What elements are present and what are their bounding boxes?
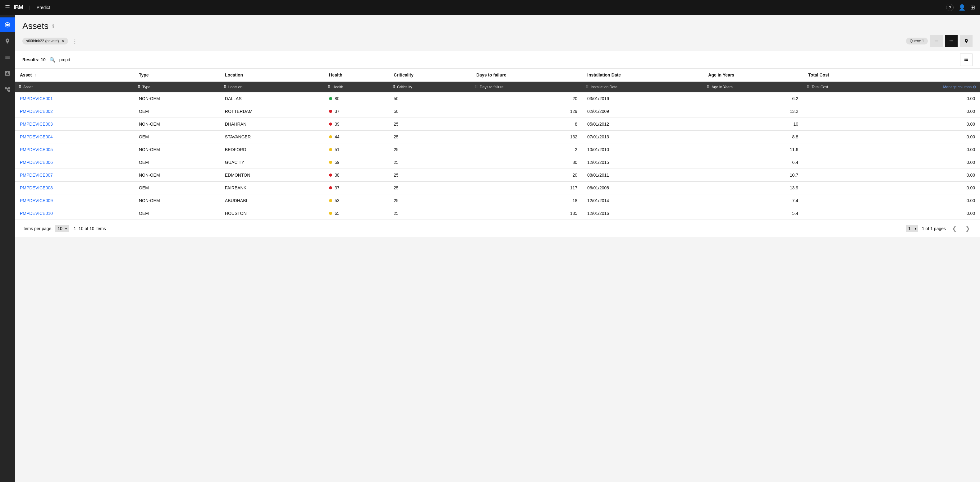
health-value-2: 39 xyxy=(335,121,340,126)
sidebar-item-location[interactable] xyxy=(0,34,15,48)
top-navigation: ☰ IBM | Predict ? 👤 ⊞ xyxy=(0,0,980,15)
toolbar: s60think22 (private) ✕ ⋮ Query: 1 xyxy=(15,31,980,51)
asset-link-5[interactable]: PMPDEVICE006 xyxy=(20,160,53,165)
cell-location-9: HOUSTON xyxy=(220,207,324,220)
cell-type-4: NON-OEM xyxy=(134,144,220,156)
asset-link-1[interactable]: PMPDEVICE002 xyxy=(20,109,53,114)
asset-link-0[interactable]: PMPDEVICE001 xyxy=(20,96,53,101)
health-dot-5 xyxy=(329,161,332,164)
col-header-type[interactable]: Type xyxy=(134,69,220,81)
col-drag-total-cost[interactable]: ⠿ Total Cost Manage columns ⚙ xyxy=(803,81,980,93)
asset-link-4[interactable]: PMPDEVICE005 xyxy=(20,147,53,152)
col-drag-asset[interactable]: ⠿ Asset xyxy=(15,81,134,93)
col-header-criticality[interactable]: Criticality xyxy=(389,69,471,81)
cell-days-to-failure-4: 2 xyxy=(471,144,582,156)
cell-asset-9: PMPDEVICE010 xyxy=(15,207,134,220)
col-drag-days-to-failure[interactable]: ⠿ Days to failure xyxy=(471,81,582,93)
health-value-9: 65 xyxy=(335,211,340,216)
asset-link-6[interactable]: PMPDEVICE007 xyxy=(20,172,53,177)
asset-link-7[interactable]: PMPDEVICE008 xyxy=(20,185,53,190)
col-header-age-in-years[interactable]: Age in Years xyxy=(703,69,803,81)
asset-link-8[interactable]: PMPDEVICE009 xyxy=(20,198,53,203)
table-row: PMPDEVICE006 OEM GUACITY 59 25 80 12/01/… xyxy=(15,156,980,169)
cell-asset-3: PMPDEVICE004 xyxy=(15,131,134,144)
drag-icon-age-in-years: ⠿ xyxy=(707,85,710,89)
col-drag-criticality[interactable]: ⠿ Criticality xyxy=(389,81,471,93)
map-view-button[interactable] xyxy=(960,35,972,47)
table-body: PMPDEVICE001 NON-OEM DALLAS 80 50 20 03/… xyxy=(15,93,980,220)
cell-criticality-1: 50 xyxy=(389,105,471,118)
col-drag-age-in-years[interactable]: ⠿ Age in Years xyxy=(703,81,803,93)
col-header-days-to-failure[interactable]: Days to failure xyxy=(471,69,582,81)
chart-view-button[interactable] xyxy=(960,53,972,66)
assets-table: Asset ↑ Type Location Health Criticality… xyxy=(15,69,980,220)
health-value-3: 44 xyxy=(335,134,340,139)
drag-icon-installation-date: ⠿ xyxy=(586,85,589,89)
table-header-row: Asset ↑ Type Location Health Criticality… xyxy=(15,69,980,81)
cell-location-7: FAIRBANK xyxy=(220,182,324,194)
sidebar-item-analytics[interactable] xyxy=(0,66,15,81)
cell-days-to-failure-6: 20 xyxy=(471,169,582,182)
manage-columns-link[interactable]: Manage columns ⚙ xyxy=(943,85,976,89)
cell-total-cost-7: 0.00 xyxy=(803,182,980,194)
cell-total-cost-8: 0.00 xyxy=(803,194,980,207)
sidebar-item-home[interactable] xyxy=(0,18,15,32)
cell-installation-date-6: 08/01/2011 xyxy=(582,169,703,182)
next-page-button[interactable]: ❯ xyxy=(963,224,972,233)
health-value-6: 38 xyxy=(335,172,340,177)
col-drag-installation-date[interactable]: ⠿ Installation Date xyxy=(582,81,703,93)
drag-icon-days-to-failure: ⠿ xyxy=(475,85,478,89)
help-icon[interactable]: ? xyxy=(946,4,954,11)
pagination-range-label: 1–10 of 10 items xyxy=(74,226,106,231)
asset-link-2[interactable]: PMPDEVICE003 xyxy=(20,121,53,126)
cell-installation-date-7: 06/01/2008 xyxy=(582,182,703,194)
cell-criticality-5: 25 xyxy=(389,156,471,169)
cell-asset-0: PMPDEVICE001 xyxy=(15,93,134,105)
cell-health-3: 44 xyxy=(324,131,389,144)
apps-grid-icon[interactable]: ⊞ xyxy=(970,4,975,11)
cell-asset-7: PMPDEVICE008 xyxy=(15,182,134,194)
table-footer: Items per page: 10 25 50 1–10 of 10 item… xyxy=(15,220,980,237)
hamburger-menu-icon[interactable]: ☰ xyxy=(5,4,10,11)
cell-total-cost-0: 0.00 xyxy=(803,93,980,105)
col-header-asset[interactable]: Asset ↑ xyxy=(15,69,134,81)
page-header: Assets ℹ xyxy=(15,15,980,31)
query-count-badge[interactable]: Query: 1 xyxy=(906,38,928,45)
cell-asset-1: PMPDEVICE002 xyxy=(15,105,134,118)
query-tag[interactable]: s60think22 (private) ✕ xyxy=(22,38,68,45)
page-select[interactable]: 1 xyxy=(906,225,918,232)
query-tag-clear-icon[interactable]: ✕ xyxy=(61,39,64,43)
cell-installation-date-4: 10/01/2010 xyxy=(582,144,703,156)
asset-link-3[interactable]: PMPDEVICE004 xyxy=(20,134,53,139)
app-layout: Assets ℹ s60think22 (private) ✕ ⋮ Query:… xyxy=(0,15,980,482)
user-icon[interactable]: 👤 xyxy=(959,4,966,11)
col-drag-health[interactable]: ⠿ Health xyxy=(324,81,389,93)
page-info-icon[interactable]: ℹ xyxy=(52,23,54,29)
col-header-health[interactable]: Health xyxy=(324,69,389,81)
toolbar-more-icon[interactable]: ⋮ xyxy=(72,37,78,45)
cell-total-cost-4: 0.00 xyxy=(803,144,980,156)
col-header-location[interactable]: Location xyxy=(220,69,324,81)
col-header-installation-date[interactable]: Installation Date xyxy=(582,69,703,81)
page-select-wrapper: 1 xyxy=(906,225,918,232)
asset-link-9[interactable]: PMPDEVICE010 xyxy=(20,211,53,216)
sidebar-item-list[interactable] xyxy=(0,50,15,65)
health-dot-2 xyxy=(329,123,332,126)
col-header-total-cost[interactable]: Total Cost xyxy=(803,69,980,81)
health-dot-0 xyxy=(329,97,332,100)
cell-health-5: 59 xyxy=(324,156,389,169)
per-page-select[interactable]: 10 25 50 xyxy=(55,225,68,232)
cell-location-0: DALLAS xyxy=(220,93,324,105)
health-dot-1 xyxy=(329,110,332,113)
sidebar-item-hierarchy[interactable] xyxy=(0,82,15,97)
cell-installation-date-9: 12/01/2016 xyxy=(582,207,703,220)
prev-page-button[interactable]: ❮ xyxy=(950,224,959,233)
filter-button[interactable] xyxy=(930,35,943,47)
table-row: PMPDEVICE009 NON-OEM ABUDHABI 53 25 18 1… xyxy=(15,194,980,207)
list-view-button[interactable] xyxy=(945,35,958,47)
col-drag-location[interactable]: ⠿ Location xyxy=(220,81,324,93)
col-drag-type[interactable]: ⠿ Type xyxy=(134,81,220,93)
health-value-1: 37 xyxy=(335,109,340,114)
search-query-text: pmpd xyxy=(59,57,70,62)
cell-health-9: 65 xyxy=(324,207,389,220)
